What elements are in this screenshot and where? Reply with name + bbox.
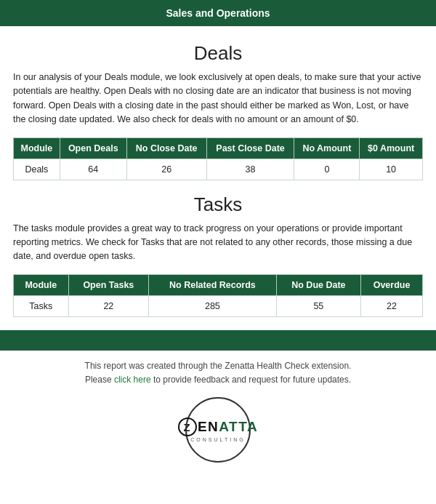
tasks-col-open-tasks: Open Tasks bbox=[68, 274, 149, 295]
deals-section-title: Deals bbox=[13, 42, 423, 65]
footer-after-link-text: to provide feedback and request for futu… bbox=[151, 375, 352, 385]
footer-line1: This report was created through the Zena… bbox=[0, 359, 436, 373]
tasks-col-no-related-records: No Related Records bbox=[149, 274, 277, 295]
logo-en-text: EN bbox=[198, 419, 219, 435]
footer-line2: Please click here to provide feedback an… bbox=[0, 373, 436, 387]
logo-row: ZENATTA bbox=[178, 417, 258, 436]
tasks-row-module: Tasks bbox=[14, 295, 69, 316]
tasks-row-open-tasks: 22 bbox=[68, 295, 149, 316]
deals-table-row: Deals 64 26 38 0 10 bbox=[14, 159, 423, 180]
logo-circle: ZENATTA CONSULTING bbox=[185, 397, 251, 463]
deals-col-module: Module bbox=[14, 137, 60, 159]
tasks-col-overdue: Overdue bbox=[361, 274, 423, 295]
tasks-row-overdue: 22 bbox=[361, 295, 423, 316]
deals-row-no-amount: 0 bbox=[294, 159, 360, 180]
header-title: Sales and Operations bbox=[166, 7, 270, 19]
logo-z-icon: Z bbox=[178, 417, 197, 436]
deals-row-module: Deals bbox=[14, 159, 60, 180]
deals-col-no-close-date: No Close Date bbox=[126, 137, 206, 159]
tasks-table-row: Tasks 22 285 55 22 bbox=[14, 295, 423, 316]
tasks-row-no-related-records: 285 bbox=[149, 295, 277, 316]
tasks-table-header-row: Module Open Tasks No Related Records No … bbox=[14, 274, 423, 295]
deals-row-dollar0-amount: 10 bbox=[360, 159, 423, 180]
header-bar: Sales and Operations bbox=[0, 0, 436, 26]
main-content: Deals In our analysis of your Deals modu… bbox=[0, 26, 436, 317]
deals-col-no-amount: No Amount bbox=[294, 137, 360, 159]
footer-bar bbox=[0, 330, 436, 351]
deals-description: In our analysis of your Deals module, we… bbox=[13, 71, 423, 127]
logo-sub-text: CONSULTING bbox=[190, 437, 245, 442]
deals-row-past-close-date: 38 bbox=[206, 159, 294, 180]
deals-table: Module Open Deals No Close Date Past Clo… bbox=[13, 137, 423, 180]
tasks-row-no-due-date: 55 bbox=[276, 295, 360, 316]
deals-col-dollar0-amount: $0 Amount bbox=[360, 137, 423, 159]
footer-please-text: Please bbox=[85, 375, 114, 385]
deals-col-open-deals: Open Deals bbox=[60, 137, 126, 159]
tasks-section-title: Tasks bbox=[13, 193, 423, 216]
deals-col-past-close-date: Past Close Date bbox=[206, 137, 294, 159]
tasks-col-module: Module bbox=[14, 274, 69, 295]
footer-text: This report was created through the Zena… bbox=[0, 359, 436, 387]
deals-row-open-deals: 64 bbox=[60, 159, 126, 180]
tasks-table: Module Open Tasks No Related Records No … bbox=[13, 274, 423, 317]
logo-atta-text: ATTA bbox=[219, 419, 258, 435]
tasks-description: The tasks module provides a great way to… bbox=[13, 222, 423, 264]
deals-table-header-row: Module Open Deals No Close Date Past Clo… bbox=[14, 137, 423, 159]
deals-row-no-close-date: 26 bbox=[126, 159, 206, 180]
logo-area: ZENATTA CONSULTING bbox=[0, 397, 436, 463]
tasks-col-no-due-date: No Due Date bbox=[276, 274, 360, 295]
footer-click-here-link[interactable]: click here bbox=[114, 375, 151, 385]
